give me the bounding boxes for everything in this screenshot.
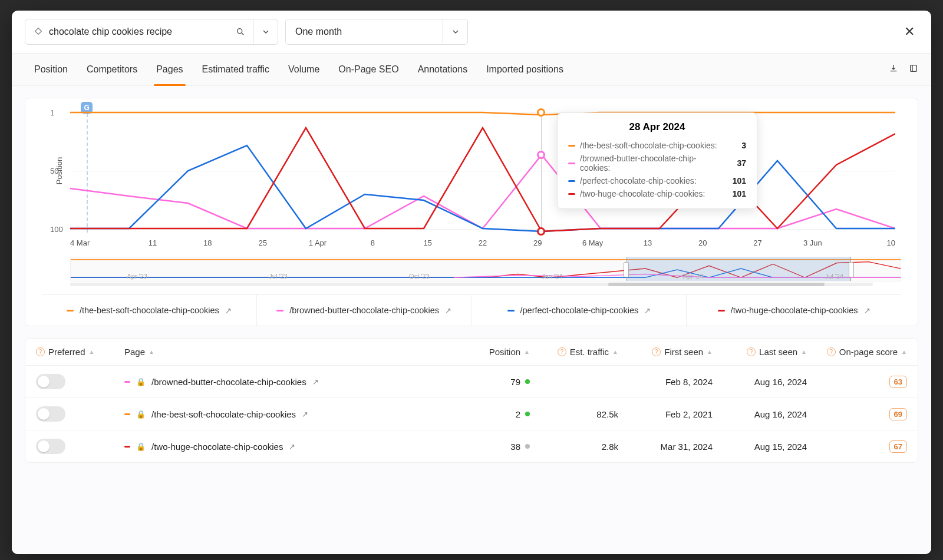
status-dot [525,412,530,416]
tooltip-label: /browned-butter-chocolate-chip-cookies: [580,154,721,173]
keyword-detail-modal: One month ✕ Position Competitors Pages E… [12,11,931,554]
external-link-icon[interactable]: ↗ [289,442,295,451]
position-value: 38 [510,442,520,452]
brush-scrollbar[interactable] [70,283,873,286]
page-path: /two-huge-chocolate-chip-cookies [151,442,283,452]
keyword-input[interactable] [49,26,220,37]
table-row: 🔒/browned-butter-chocolate-chip-cookies↗… [25,366,918,398]
sort-icon[interactable]: ▲ [707,349,713,355]
col-last-seen[interactable]: ?Last seen▲ [713,347,807,357]
tooltip-label: /the-best-soft-chocolate-chip-cookies: [580,141,721,150]
chart-tooltip: 28 Apr 2024 /the-best-soft-chocolate-chi… [557,112,757,209]
help-icon[interactable]: ? [652,347,661,356]
brush-handle-right[interactable] [849,262,854,277]
help-icon[interactable]: ? [747,347,756,356]
sort-icon[interactable]: ▲ [901,349,907,355]
tooltip-color-swatch [568,145,575,147]
external-link-icon[interactable]: ↗ [864,306,871,315]
col-preferred[interactable]: ?Preferred▲ [36,347,124,357]
lock-icon: 🔒 [136,377,146,386]
tab-annotations[interactable]: Annotations [408,53,477,86]
chart-hover-line [541,109,542,233]
page-path: /browned-butter-chocolate-chip-cookies [151,377,306,387]
date-range-label: One month [286,19,443,44]
lock-icon: 🔒 [136,442,146,451]
download-icon[interactable] [889,64,898,76]
y-tick: 100 [50,224,63,233]
col-first-seen[interactable]: ?First seen▲ [618,347,713,357]
chart-hover-point [537,151,545,159]
keyword-dropdown-button[interactable] [253,19,278,44]
chart-hover-point [537,227,545,236]
chart-svg [70,109,895,233]
tab-on-page-seo[interactable]: On-Page SEO [329,53,408,86]
external-link-icon[interactable]: ↗ [312,377,319,386]
external-link-icon[interactable]: ↗ [445,306,451,315]
sort-icon[interactable]: ▲ [612,349,618,355]
first-seen-value: Feb 2, 2021 [618,409,713,419]
y-tick: 50 [50,167,58,175]
date-range-dropdown-button[interactable] [443,19,467,44]
tooltip-value: 101 [726,176,746,185]
brush-handle-left[interactable] [624,262,629,277]
tooltip-value: 3 [726,141,746,150]
tooltip-color-swatch [568,180,575,182]
search-button[interactable] [228,19,253,44]
tooltip-color-swatch [568,193,575,195]
external-link-icon[interactable]: ↗ [302,410,308,419]
topbar: One month ✕ [12,11,931,53]
tab-imported-positions[interactable]: Imported positions [477,53,573,86]
date-range-wrap: One month [285,19,468,45]
preferred-toggle[interactable] [36,406,65,422]
series-color-swatch [124,413,130,415]
expand-icon[interactable] [909,64,918,76]
preferred-toggle[interactable] [36,439,65,454]
svg-line-1 [242,33,243,35]
col-score[interactable]: ?On-page score▲ [807,347,907,357]
series-color-swatch [124,381,130,383]
time-brush[interactable]: Apr '23 Jul '23 Oct '23 Jan '24 Apr '24 … [70,257,901,281]
tooltip-value: 37 [726,158,746,168]
tab-pages[interactable]: Pages [147,53,192,86]
tooltip-label: /perfect-chocolate-chip-cookies: [580,176,721,185]
score-pill[interactable]: 69 [889,408,907,420]
sort-icon[interactable]: ▲ [524,349,530,355]
legend-item[interactable]: /perfect-chocolate-chip-cookies↗ [472,295,687,326]
first-seen-value: Mar 31, 2024 [618,442,713,452]
status-dot [525,444,530,449]
external-link-icon[interactable]: ↗ [644,306,651,315]
preferred-toggle[interactable] [36,374,65,389]
legend-item[interactable]: /two-huge-chocolate-chip-cookies↗ [687,295,901,326]
traffic-value: 82.5k [530,409,618,419]
external-link-icon[interactable]: ↗ [225,306,232,315]
tab-competitors[interactable]: Competitors [77,53,147,86]
chart-area[interactable]: Position 1 50 100 G [70,109,895,233]
sort-icon[interactable]: ▲ [801,349,807,355]
sort-icon[interactable]: ▲ [89,349,95,355]
position-value: 2 [516,409,520,419]
legend-item[interactable]: /the-best-soft-chocolate-chip-cookies↗ [42,295,257,326]
tooltip-color-swatch [568,163,575,164]
tooltip-value: 101 [726,189,746,198]
tab-volume[interactable]: Volume [279,53,329,86]
sort-icon[interactable]: ▲ [149,349,154,355]
page-path: /the-best-soft-chocolate-chip-cookies [151,409,296,419]
score-pill[interactable]: 67 [889,440,907,453]
svg-point-0 [238,29,242,34]
col-traffic[interactable]: ?Est. traffic▲ [530,347,618,357]
help-icon[interactable]: ? [36,347,45,356]
x-axis-ticks: 4 Mar1118251 Apr81522296 May1320273 Jun1… [70,233,895,250]
pages-table: ?Preferred▲ Page▲ Position▲ ?Est. traffi… [25,338,918,463]
tab-position[interactable]: Position [25,53,77,86]
col-page[interactable]: Page▲ [124,347,453,357]
legend-item[interactable]: /browned-butter-chocolate-chip-cookies↗ [257,295,472,326]
chart-hover-point [537,108,545,117]
last-seen-value: Aug 16, 2024 [713,409,807,419]
tooltip-date: 28 Apr 2024 [568,121,746,133]
tab-estimated-traffic[interactable]: Estimated traffic [193,53,279,86]
help-icon[interactable]: ? [827,347,836,356]
close-button[interactable]: ✕ [901,21,918,43]
help-icon[interactable]: ? [558,347,566,356]
col-position[interactable]: Position▲ [453,347,530,357]
score-pill[interactable]: 63 [889,376,907,388]
